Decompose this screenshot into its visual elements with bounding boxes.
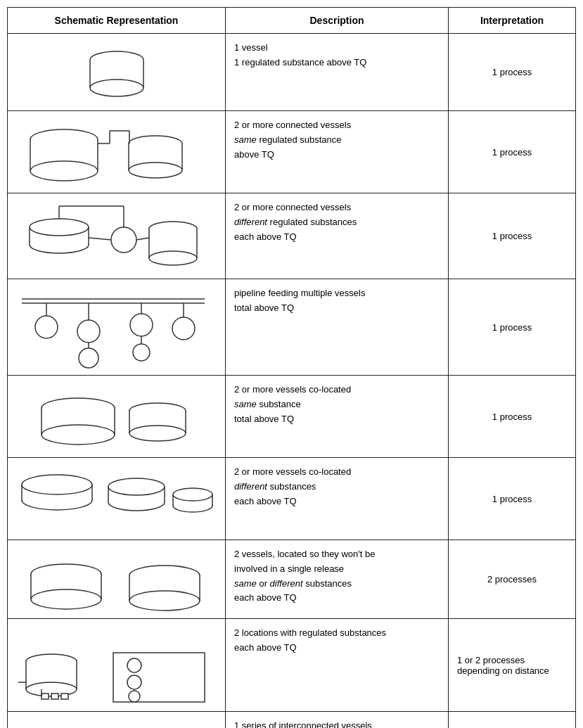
header-interpretation: Interpretation <box>449 8 575 33</box>
desc-colocated-same: 2 or more vessels co-located same substa… <box>226 376 449 457</box>
svg-point-44 <box>130 314 153 336</box>
table-row: 1 vessel 1 regulated substance above TQ … <box>8 34 575 111</box>
desc-line2: involved in a single release <box>234 562 375 577</box>
interp-single-vessel: 1 process <box>449 34 575 110</box>
svg-rect-91 <box>51 694 58 699</box>
svg-line-31 <box>136 238 149 240</box>
desc-line2: same substance <box>234 397 351 412</box>
svg-point-42 <box>79 348 98 368</box>
interpretation-text: 2 processes <box>487 574 537 585</box>
desc-line1: 1 series of interconnected vessels <box>234 719 399 728</box>
desc-connected-diff: 2 or more connected vessels different re… <box>226 193 449 279</box>
desc-connected-same: 2 or more connected vessels same regulat… <box>226 111 449 193</box>
svg-point-95 <box>127 658 141 672</box>
desc-line2: total above TQ <box>234 301 365 316</box>
interpretation-text: 1 process <box>492 147 532 158</box>
svg-point-53 <box>41 425 115 445</box>
desc-line3: above TQ <box>234 148 351 162</box>
table-row: 2 or more vessels co-located different s… <box>8 458 575 540</box>
schematic-separated <box>8 540 226 618</box>
desc-line3: each above TQ <box>234 494 351 509</box>
desc-pipeline: pipeline feeding multiple vessels total … <box>226 279 449 375</box>
svg-rect-92 <box>61 694 68 699</box>
table-row: 2 or more connected vessels same regulat… <box>8 111 575 193</box>
interp-separated: 2 processes <box>449 540 575 618</box>
svg-point-63 <box>22 475 92 494</box>
schematic-two-locations <box>8 619 226 711</box>
table-header: Schematic Representation Description Int… <box>8 8 575 34</box>
desc-single-vessel: 1 vessel 1 regulated substance above TQ <box>226 34 449 110</box>
desc-two-locations: 2 locations with regulated substances ea… <box>226 619 449 711</box>
interp-two-locations: 1 or 2 processes depending on distance <box>449 619 575 711</box>
interp-connected-same: 1 process <box>449 111 575 193</box>
desc-line2: each above TQ <box>234 641 386 656</box>
interpretation-text: 1 process <box>492 411 532 422</box>
desc-line1: 2 or more connected vessels <box>234 118 351 133</box>
schematic-single-vessel <box>8 34 226 110</box>
svg-point-83 <box>129 591 200 611</box>
svg-point-97 <box>129 691 140 702</box>
interp-pipeline: 1 process <box>449 279 575 375</box>
svg-point-78 <box>31 589 101 609</box>
desc-line3: each above TQ <box>234 230 357 245</box>
desc-colocated-diff: 2 or more vessels co-located different s… <box>226 458 449 539</box>
table-row: Flammable 1 series of interconnected ves… <box>8 712 575 728</box>
svg-point-58 <box>129 426 186 441</box>
svg-point-9 <box>30 161 98 181</box>
svg-point-46 <box>133 344 150 361</box>
interp-series-flammable: 1 process <box>449 712 575 728</box>
svg-point-73 <box>173 488 212 501</box>
svg-line-30 <box>89 238 111 240</box>
svg-point-23 <box>30 219 89 236</box>
desc-line1: 2 or more connected vessels <box>234 200 357 215</box>
schematic-connected-diff <box>8 193 226 279</box>
desc-line1: 2 or more vessels co-located <box>234 383 351 397</box>
desc-line3: same or different substances <box>234 577 375 592</box>
svg-point-40 <box>77 320 100 343</box>
schematic-pipeline <box>8 279 226 375</box>
svg-point-14 <box>129 162 182 178</box>
svg-point-38 <box>35 316 58 338</box>
interp-colocated-same: 1 process <box>449 376 575 457</box>
desc-line2: 1 regulated substance above TQ <box>234 56 366 70</box>
desc-line1: 2 or more vessels co-located <box>234 465 351 480</box>
desc-line1: 2 vessels, located so they won't be <box>234 547 375 562</box>
interpretation-text: 1 process <box>492 494 532 504</box>
main-table: Schematic Representation Description Int… <box>7 7 576 728</box>
interpretation-text: 1 process <box>492 322 532 333</box>
schematic-colocated-same <box>8 376 226 457</box>
desc-line4: each above TQ <box>234 591 375 606</box>
desc-line1: 2 locations with regulated substances <box>234 626 386 641</box>
interpretation-text: 1 process <box>492 231 532 241</box>
svg-point-48 <box>172 317 195 340</box>
desc-separated: 2 vessels, located so they won't be invo… <box>226 540 449 618</box>
desc-line3: total above TQ <box>234 412 351 427</box>
table-row: 2 or more vessels co-located same substa… <box>8 376 575 458</box>
header-schematic: Schematic Representation <box>8 8 226 33</box>
desc-line2: same regulated substance <box>234 133 351 148</box>
schematic-connected-same <box>8 111 226 193</box>
svg-point-68 <box>108 478 165 495</box>
svg-point-29 <box>149 251 197 265</box>
table-row: 2 vessels, located so they won't be invo… <box>8 540 575 619</box>
interpretation-text: 1 process <box>492 67 532 77</box>
schematic-colocated-diff <box>8 458 226 539</box>
table-row: 2 or more connected vessels different re… <box>8 193 575 279</box>
desc-line1: pipeline feeding multiple vessels <box>234 286 365 301</box>
table-row: 2 locations with regulated substances ea… <box>8 619 575 712</box>
svg-point-96 <box>127 675 141 689</box>
table-row: pipeline feeding multiple vessels total … <box>8 279 575 376</box>
svg-point-4 <box>90 79 143 96</box>
desc-line1: 1 vessel <box>234 41 366 56</box>
interp-colocated-diff: 1 process <box>449 458 575 539</box>
desc-series-flammable: 1 series of interconnected vessels same … <box>226 712 449 728</box>
svg-point-24 <box>111 227 136 253</box>
header-description: Description <box>226 8 449 33</box>
svg-rect-90 <box>41 694 49 699</box>
interpretation-text: 1 or 2 processes depending on distance <box>457 655 567 676</box>
desc-line2: different substances <box>234 480 351 494</box>
schematic-series-flammable: Flammable <box>8 712 226 728</box>
svg-rect-94 <box>113 653 205 702</box>
interp-connected-diff: 1 process <box>449 193 575 279</box>
desc-line2: different regulated substances <box>234 215 357 230</box>
